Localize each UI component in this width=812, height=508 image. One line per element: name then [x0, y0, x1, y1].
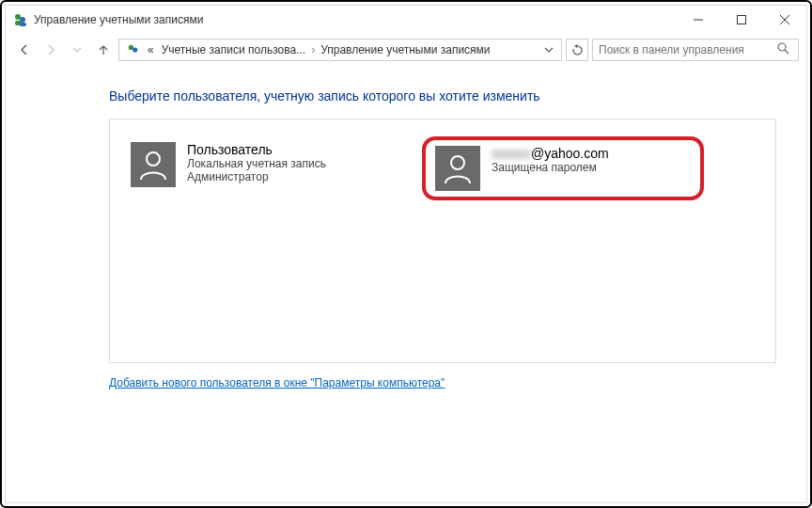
- breadcrumb-root-icon[interactable]: [123, 40, 144, 60]
- search-box[interactable]: [592, 39, 799, 61]
- svg-point-9: [133, 47, 137, 52]
- user-role: Администратор: [187, 170, 326, 183]
- add-user-link[interactable]: Добавить нового пользователя в окне "Пар…: [109, 376, 445, 389]
- svg-rect-3: [20, 23, 26, 26]
- forward-button: [39, 39, 62, 61]
- user-tile-highlighted[interactable]: xxxxxx@yahoo.com Защищена паролем: [422, 136, 704, 200]
- user-name: Пользователь: [187, 142, 326, 157]
- app-icon: [13, 12, 28, 27]
- user-tile[interactable]: Пользователь Локальная учетная запись Ад…: [121, 136, 403, 193]
- breadcrumb-seg-1[interactable]: Учетные записи пользова...: [158, 40, 309, 60]
- breadcrumb-seg-2[interactable]: Управление учетными записями: [317, 40, 493, 60]
- window-title: Управление учетными записями: [34, 13, 203, 26]
- search-icon[interactable]: [777, 42, 792, 57]
- maximize-button[interactable]: [720, 6, 763, 34]
- avatar-icon: [435, 146, 480, 191]
- content-area: Выберите пользователя, учетную запись ко…: [6, 66, 806, 502]
- chevron-right-icon: ›: [309, 43, 317, 56]
- breadcrumb-collapse[interactable]: «: [144, 40, 158, 60]
- page-heading: Выберите пользователя, учетную запись ко…: [109, 88, 776, 103]
- svg-line-11: [785, 50, 789, 54]
- user-subtitle: Защищена паролем: [492, 161, 609, 174]
- svg-point-12: [147, 152, 160, 166]
- avatar-icon: [131, 142, 176, 187]
- refresh-button[interactable]: [566, 39, 588, 61]
- svg-rect-5: [738, 16, 746, 24]
- breadcrumb[interactable]: « Учетные записи пользова... › Управлени…: [118, 39, 562, 61]
- back-button[interactable]: [13, 39, 36, 61]
- svg-point-8: [129, 45, 133, 50]
- svg-point-10: [778, 43, 786, 51]
- user-subtitle: Локальная учетная запись: [187, 157, 326, 170]
- minimize-button[interactable]: [677, 6, 720, 34]
- recent-dropdown[interactable]: [66, 39, 88, 61]
- svg-point-13: [451, 156, 464, 169]
- users-panel: Пользователь Локальная учетная запись Ад…: [109, 119, 776, 363]
- up-button[interactable]: [92, 39, 115, 61]
- titlebar: Управление учетными записями: [6, 6, 806, 34]
- user-name: xxxxxx@yahoo.com: [492, 146, 609, 161]
- nav-row: « Учетные записи пользова... › Управлени…: [6, 34, 806, 66]
- svg-point-0: [15, 14, 21, 20]
- search-input[interactable]: [599, 43, 777, 56]
- breadcrumb-dropdown[interactable]: [540, 45, 557, 55]
- close-button[interactable]: [763, 6, 806, 34]
